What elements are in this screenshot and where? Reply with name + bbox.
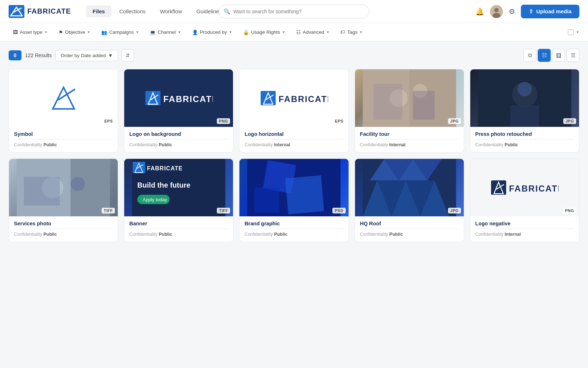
search-input[interactable]: [219, 5, 369, 18]
asset-card-hq-roof[interactable]: JPG HQ Roof Confidentiality Public: [355, 158, 464, 242]
hq-roof-illustration: [355, 159, 464, 216]
card-info-press: Press photo retouched Confidentiality Pu…: [470, 127, 579, 152]
card-image-facility: JPG: [355, 69, 464, 127]
filter-tags[interactable]: 🏷 Tags ▼: [336, 27, 367, 37]
nav-tab-files[interactable]: Files: [86, 5, 111, 17]
topbar-right: 🔔 ⚙ ⇧ Upload media: [475, 5, 579, 18]
asset-card-logo-bg[interactable]: FABRICATE PNG Logo on background Confide…: [124, 69, 233, 153]
order-by-button[interactable]: Order by Date added ▼: [55, 50, 118, 61]
nav-tab-collections[interactable]: Collections: [113, 5, 152, 17]
card-title-services: Services photo: [14, 221, 113, 226]
svg-marker-7: [53, 87, 74, 109]
filter-campaigns[interactable]: 👥 Campaigns ▼: [97, 27, 143, 37]
badge-eps: EPS: [333, 118, 346, 124]
card-info-hqroof: HQ Roof Confidentiality Public: [355, 216, 464, 242]
card-title-press: Press photo retouched: [475, 131, 574, 137]
svg-rect-6: [51, 86, 76, 111]
nav-tab-workflow[interactable]: Workflow: [154, 5, 188, 17]
card-title-facility: Facility tour: [360, 131, 459, 137]
settings-button[interactable]: ⚙: [509, 7, 515, 16]
badge-jpg: JPG: [563, 118, 576, 124]
asset-card-brand-graphic[interactable]: PSD Brand graphic Confidentiality Public: [239, 158, 349, 242]
card-title-logo-negative: Logo negative: [475, 221, 574, 226]
bell-icon: 🔔: [475, 7, 484, 16]
symbol-logo-image: [49, 84, 78, 112]
badge-jpg: JPG: [448, 118, 461, 124]
svg-text:FABRICATE: FABRICATE: [163, 94, 213, 104]
card-meta-symbol: Confidentiality Public: [14, 142, 113, 147]
filter-channel[interactable]: 💻 Channel ▼: [145, 27, 185, 37]
gear-icon: ⚙: [509, 7, 515, 16]
card-info-logo-bg: Logo on background Confidentiality Publi…: [124, 127, 233, 152]
asset-card-logo-negative[interactable]: FABRICATE PNG Logo negative Confidential…: [470, 158, 579, 242]
card-meta-hqroof: Confidentiality Public: [360, 232, 459, 237]
card-meta-services: Confidentiality Public: [14, 232, 113, 237]
sort-icon: ⇵: [126, 52, 130, 58]
asset-card-banner[interactable]: FABRICATE Build the future Apply today T…: [124, 158, 233, 242]
logo-on-bg-image: FABRICATE: [145, 89, 213, 107]
avatar-image: [490, 5, 503, 18]
card-meta-banner: Confidentiality Public: [129, 232, 228, 237]
card-title-symbol: Symbol: [14, 131, 113, 137]
press-photo-illustration: [470, 69, 579, 127]
svg-rect-30: [24, 177, 60, 206]
view-copy-button[interactable]: ⧉: [523, 49, 536, 62]
chevron-down-icon: ▼: [178, 30, 181, 34]
svg-rect-21: [373, 84, 402, 120]
filter-objective[interactable]: ⚑ Objective ▼: [54, 27, 95, 37]
logo-negative-image: FABRICATE: [490, 179, 559, 197]
card-info-banner: Banner Confidentiality Public: [124, 216, 233, 242]
card-image-symbol: EPS: [9, 69, 118, 127]
svg-rect-22: [413, 91, 434, 120]
svg-rect-25: [510, 105, 539, 127]
sort-icon-button[interactable]: ⇵: [122, 49, 134, 61]
logo-icon: [9, 5, 24, 18]
topbar: FABRICATE Files Collections Workflow Gui…: [0, 0, 588, 23]
services-photo-illustration: [9, 159, 118, 216]
select-all-checkbox[interactable]: [568, 29, 574, 35]
avatar[interactable]: [490, 5, 503, 18]
notifications-button[interactable]: 🔔: [475, 7, 484, 16]
nav-tabs: Files Collections Workflow Guidelines: [86, 5, 228, 17]
chevron-down-icon: ▼: [135, 30, 139, 34]
asset-card-services-photo[interactable]: TIFF Services photo Confidentiality Publ…: [9, 158, 118, 242]
card-meta-facility: Confidentiality Internal: [360, 142, 459, 147]
badge-eps: EPS: [102, 118, 115, 124]
badge-psd: PSD: [332, 208, 345, 213]
card-image-hqroof: JPG: [355, 159, 464, 216]
upload-media-button[interactable]: ⇧ Upload media: [521, 5, 579, 18]
view-list-button[interactable]: ☰: [566, 49, 579, 62]
logo-text: FABRICATE: [27, 7, 71, 15]
card-meta-logo-horizontal: Confidentiality Internal: [244, 142, 343, 147]
view-image-button[interactable]: 🖼: [552, 49, 565, 62]
filterbar-right: ▼: [568, 29, 579, 35]
chevron-down-icon: ▼: [282, 30, 285, 34]
card-info-symbol: Symbol Confidentiality Public: [9, 127, 118, 152]
view-grid-button[interactable]: ☷: [538, 49, 551, 62]
asset-card-logo-horizontal[interactable]: FABRICATE EPS Logo horizontal Confidenti…: [239, 69, 349, 153]
chevron-down-icon: ▼: [359, 30, 363, 34]
asset-card-facility-tour[interactable]: JPG Facility tour Confidentiality Intern…: [355, 69, 464, 153]
card-image-press: JPG: [470, 69, 579, 127]
results-bar: 0 122 Results Order by Date added ▼ ⇵ ⧉ …: [9, 49, 579, 62]
brand-graphic-illustration: [239, 159, 348, 216]
card-image-logo-bg: FABRICATE PNG: [124, 69, 233, 127]
chevron-down-icon: ▼: [108, 53, 113, 58]
select-all-chevron[interactable]: ▼: [576, 30, 579, 34]
card-title-logo-bg: Logo on background: [129, 131, 228, 137]
filter-produced-by[interactable]: 👤 Produced by ▼: [188, 27, 237, 37]
svg-rect-43: [255, 188, 280, 213]
flag-icon: ⚑: [59, 29, 63, 35]
card-image-banner: FABRICATE Build the future Apply today T…: [124, 159, 233, 216]
card-title-banner: Banner: [129, 221, 228, 226]
card-meta-press: Confidentiality Public: [475, 142, 574, 147]
filter-asset-type[interactable]: 🖼 Asset type ▼: [9, 27, 52, 37]
card-info-logo-horizontal: Logo horizontal Confidentiality Internal: [239, 127, 348, 152]
asset-card-press-photo[interactable]: JPG Press photo retouched Confidentialit…: [470, 69, 579, 153]
chevron-down-icon: ▼: [87, 30, 90, 34]
filter-usage-rights[interactable]: 🔒 Usage Rights ▼: [239, 27, 290, 37]
filter-advanced[interactable]: ☷ Advanced ▼: [292, 27, 334, 37]
users-icon: 👥: [101, 29, 107, 35]
asset-card-symbol[interactable]: EPS Symbol Confidentiality Public: [9, 69, 118, 153]
search-icon: 🔍: [224, 8, 230, 15]
